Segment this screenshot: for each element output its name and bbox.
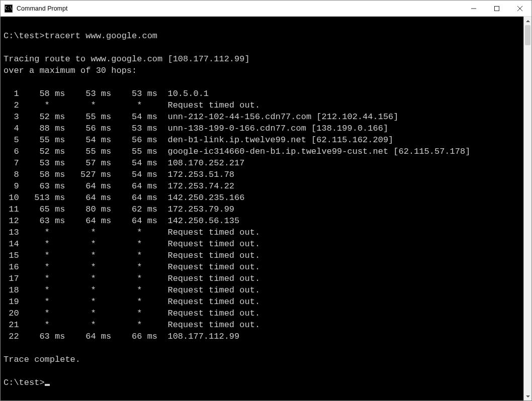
- minimize-button[interactable]: [462, 1, 485, 16]
- svg-rect-1: [495, 6, 499, 11]
- scroll-up-arrow[interactable]: [524, 17, 531, 25]
- command-prompt-window: C:\ Command Prompt C:\test>tracert www.g…: [0, 0, 532, 401]
- terminal-area: C:\test>tracert www.google.com Tracing r…: [1, 17, 531, 400]
- window-title: Command Prompt: [17, 5, 462, 12]
- scroll-thumb[interactable]: [525, 25, 530, 45]
- svg-marker-5: [526, 395, 530, 397]
- maximize-button[interactable]: [485, 1, 508, 16]
- scroll-down-arrow[interactable]: [524, 392, 531, 400]
- scroll-track[interactable]: [524, 25, 531, 392]
- scrollbar[interactable]: [523, 17, 531, 400]
- terminal-output[interactable]: C:\test>tracert www.google.com Tracing r…: [1, 17, 523, 400]
- titlebar[interactable]: C:\ Command Prompt: [1, 1, 531, 17]
- app-icon: C:\: [5, 5, 13, 13]
- svg-marker-4: [526, 20, 530, 22]
- cursor: [45, 384, 50, 386]
- close-button[interactable]: [508, 1, 531, 16]
- window-controls: [462, 1, 531, 16]
